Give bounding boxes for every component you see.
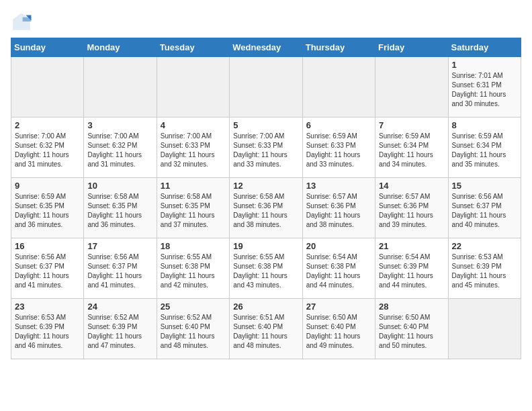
day-info: Sunrise: 6:56 AM Sunset: 6:37 PM Dayligh… [87,253,152,290]
logo [11,11,35,32]
day-info: Sunrise: 6:53 AM Sunset: 6:39 PM Dayligh… [452,253,517,290]
calendar-cell: 14Sunrise: 6:57 AM Sunset: 6:36 PM Dayli… [375,178,448,238]
day-info: Sunrise: 6:59 AM Sunset: 6:35 PM Dayligh… [15,192,80,230]
calendar-cell [230,57,302,118]
header-thursday: Thursday [302,38,375,57]
header-saturday: Saturday [448,38,521,57]
calendar-cell: 10Sunrise: 6:58 AM Sunset: 6:35 PM Dayli… [84,178,157,238]
day-number: 11 [161,181,226,191]
day-number: 25 [161,302,226,312]
day-number: 15 [452,181,517,191]
day-number: 2 [15,120,80,130]
day-number: 8 [452,120,517,130]
page-header [11,11,521,32]
calendar-cell: 13Sunrise: 6:57 AM Sunset: 6:36 PM Dayli… [302,178,375,238]
calendar-cell [11,57,84,118]
day-number: 12 [233,181,298,191]
day-number: 7 [379,120,444,130]
calendar-cell: 5Sunrise: 7:00 AM Sunset: 6:33 PM Daylig… [230,118,302,178]
day-number: 22 [452,241,517,251]
week-row-2: 2Sunrise: 7:00 AM Sunset: 6:32 PM Daylig… [11,118,521,178]
day-number: 26 [233,302,298,312]
day-info: Sunrise: 6:58 AM Sunset: 6:36 PM Dayligh… [233,192,298,230]
header-row: SundayMondayTuesdayWednesdayThursdayFrid… [11,38,521,57]
calendar-cell: 23Sunrise: 6:53 AM Sunset: 6:39 PM Dayli… [11,299,84,359]
calendar-cell: 24Sunrise: 6:52 AM Sunset: 6:39 PM Dayli… [84,299,157,359]
calendar-cell: 28Sunrise: 6:50 AM Sunset: 6:40 PM Dayli… [375,299,448,359]
day-info: Sunrise: 6:59 AM Sunset: 6:34 PM Dayligh… [452,132,517,169]
header-sunday: Sunday [11,38,84,57]
calendar-cell: 6Sunrise: 6:59 AM Sunset: 6:33 PM Daylig… [302,118,375,178]
calendar-cell: 20Sunrise: 6:54 AM Sunset: 6:38 PM Dayli… [302,238,375,299]
calendar-cell [448,299,521,359]
day-number: 9 [15,181,80,191]
calendar-cell: 17Sunrise: 6:56 AM Sunset: 6:37 PM Dayli… [84,238,157,299]
calendar-cell: 8Sunrise: 6:59 AM Sunset: 6:34 PM Daylig… [448,118,521,178]
calendar-cell [375,57,448,118]
day-info: Sunrise: 6:52 AM Sunset: 6:40 PM Dayligh… [161,313,226,351]
calendar-cell: 19Sunrise: 6:55 AM Sunset: 6:38 PM Dayli… [230,238,302,299]
calendar-cell: 27Sunrise: 6:50 AM Sunset: 6:40 PM Dayli… [302,299,375,359]
day-info: Sunrise: 6:57 AM Sunset: 6:36 PM Dayligh… [306,192,371,230]
day-number: 18 [161,241,226,251]
day-number: 24 [87,302,152,312]
day-info: Sunrise: 6:54 AM Sunset: 6:38 PM Dayligh… [306,253,371,290]
day-info: Sunrise: 7:01 AM Sunset: 6:31 PM Dayligh… [452,71,517,109]
calendar-cell: 9Sunrise: 6:59 AM Sunset: 6:35 PM Daylig… [11,178,84,238]
calendar-cell [302,57,375,118]
calendar-cell: 7Sunrise: 6:59 AM Sunset: 6:34 PM Daylig… [375,118,448,178]
day-number: 23 [15,302,80,312]
day-info: Sunrise: 6:56 AM Sunset: 6:37 PM Dayligh… [452,192,517,230]
day-number: 1 [452,60,517,70]
day-number: 27 [306,302,371,312]
calendar-cell: 21Sunrise: 6:54 AM Sunset: 6:39 PM Dayli… [375,238,448,299]
day-number: 14 [379,181,444,191]
day-number: 28 [379,302,444,312]
calendar-cell: 25Sunrise: 6:52 AM Sunset: 6:40 PM Dayli… [157,299,229,359]
calendar-cell: 11Sunrise: 6:58 AM Sunset: 6:35 PM Dayli… [157,178,229,238]
day-info: Sunrise: 6:56 AM Sunset: 6:37 PM Dayligh… [15,253,80,290]
week-row-1: 1Sunrise: 7:01 AM Sunset: 6:31 PM Daylig… [11,57,521,118]
day-number: 6 [306,120,371,130]
calendar-cell: 26Sunrise: 6:51 AM Sunset: 6:40 PM Dayli… [230,299,302,359]
calendar-cell: 16Sunrise: 6:56 AM Sunset: 6:37 PM Dayli… [11,238,84,299]
day-info: Sunrise: 6:58 AM Sunset: 6:35 PM Dayligh… [161,192,226,230]
svg-marker-2 [23,17,32,21]
calendar-cell [84,57,157,118]
day-info: Sunrise: 6:55 AM Sunset: 6:38 PM Dayligh… [161,253,226,290]
day-info: Sunrise: 6:51 AM Sunset: 6:40 PM Dayligh… [233,313,298,351]
day-info: Sunrise: 6:53 AM Sunset: 6:39 PM Dayligh… [15,313,80,351]
calendar-cell: 4Sunrise: 7:00 AM Sunset: 6:33 PM Daylig… [157,118,229,178]
calendar-cell: 15Sunrise: 6:56 AM Sunset: 6:37 PM Dayli… [448,178,521,238]
calendar-cell: 2Sunrise: 7:00 AM Sunset: 6:32 PM Daylig… [11,118,84,178]
day-info: Sunrise: 6:54 AM Sunset: 6:39 PM Dayligh… [379,253,444,290]
week-row-5: 23Sunrise: 6:53 AM Sunset: 6:39 PM Dayli… [11,299,521,359]
logo-icon [11,11,32,32]
day-number: 20 [306,241,371,251]
header-friday: Friday [375,38,448,57]
calendar-cell: 3Sunrise: 7:00 AM Sunset: 6:32 PM Daylig… [84,118,157,178]
day-number: 5 [233,120,298,130]
day-info: Sunrise: 7:00 AM Sunset: 6:33 PM Dayligh… [233,132,298,169]
calendar-cell: 1Sunrise: 7:01 AM Sunset: 6:31 PM Daylig… [448,57,521,118]
day-number: 3 [87,120,152,130]
day-info: Sunrise: 6:59 AM Sunset: 6:34 PM Dayligh… [379,132,444,169]
day-info: Sunrise: 6:50 AM Sunset: 6:40 PM Dayligh… [379,313,444,351]
header-tuesday: Tuesday [157,38,229,57]
header-monday: Monday [84,38,157,57]
calendar-cell: 18Sunrise: 6:55 AM Sunset: 6:38 PM Dayli… [157,238,229,299]
day-info: Sunrise: 6:55 AM Sunset: 6:38 PM Dayligh… [233,253,298,290]
calendar-cell: 22Sunrise: 6:53 AM Sunset: 6:39 PM Dayli… [448,238,521,299]
day-number: 13 [306,181,371,191]
day-number: 19 [233,241,298,251]
day-number: 16 [15,241,80,251]
day-info: Sunrise: 6:58 AM Sunset: 6:35 PM Dayligh… [87,192,152,230]
day-number: 4 [161,120,226,130]
calendar-table: SundayMondayTuesdayWednesdayThursdayFrid… [11,38,521,359]
calendar-cell [157,57,229,118]
day-number: 21 [379,241,444,251]
week-row-3: 9Sunrise: 6:59 AM Sunset: 6:35 PM Daylig… [11,178,521,238]
calendar-cell: 12Sunrise: 6:58 AM Sunset: 6:36 PM Dayli… [230,178,302,238]
day-info: Sunrise: 6:50 AM Sunset: 6:40 PM Dayligh… [306,313,371,351]
header-wednesday: Wednesday [230,38,302,57]
